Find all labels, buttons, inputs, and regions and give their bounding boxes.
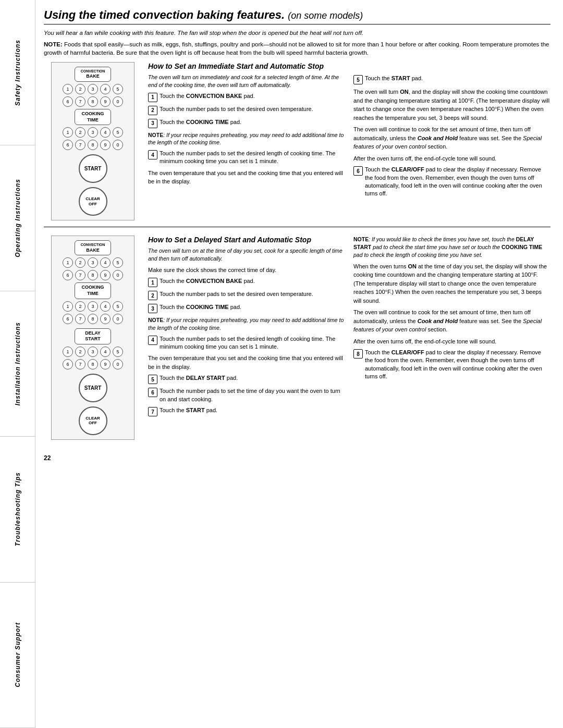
btn-2-6[interactable]: 6 bbox=[63, 270, 73, 280]
btn-2-4[interactable]: 4 bbox=[100, 257, 111, 268]
btn-1-7[interactable]: 7 bbox=[75, 96, 85, 107]
btn-1-0[interactable]: 0 bbox=[113, 96, 123, 107]
btn-2-17[interactable]: 7 bbox=[75, 314, 85, 324]
sidebar-label-installation: Installation Instructions bbox=[14, 322, 21, 405]
btn-2-23[interactable]: 3 bbox=[88, 347, 98, 357]
btn-2-22[interactable]: 2 bbox=[75, 347, 85, 357]
section2-heading: How to Set a Delayed Start and Automatic… bbox=[148, 236, 345, 244]
btn-2-11[interactable]: 1 bbox=[63, 301, 73, 312]
btn-1-11[interactable]: 1 bbox=[63, 127, 73, 138]
btn-2-25[interactable]: 5 bbox=[113, 347, 123, 357]
section1-step5: 5 Touch the START pad. bbox=[353, 75, 550, 84]
btn-2-14[interactable]: 4 bbox=[100, 301, 111, 312]
section1-right: How to Set an Immediate Start and Automa… bbox=[148, 62, 550, 220]
sidebar-label-safety: Safety Instructions bbox=[14, 40, 21, 106]
btn-1-14[interactable]: 4 bbox=[100, 127, 111, 138]
btn-1-1[interactable]: 1 bbox=[63, 84, 73, 94]
btn-1-12[interactable]: 2 bbox=[75, 127, 85, 138]
btn-2-29[interactable]: 9 bbox=[100, 359, 111, 369]
btn-2-1[interactable]: 1 bbox=[63, 257, 73, 268]
btn-2-7[interactable]: 7 bbox=[75, 270, 85, 280]
btn-2-0[interactable]: 0 bbox=[113, 270, 123, 280]
section2-col-right: NOTE: If you would like to check the tim… bbox=[353, 236, 550, 440]
step5-text: Touch the START pad. bbox=[365, 75, 550, 82]
btn-1-19[interactable]: 9 bbox=[100, 140, 111, 150]
btn-2-16[interactable]: 6 bbox=[63, 314, 73, 324]
btn-1-4[interactable]: 4 bbox=[100, 84, 111, 94]
cooking-time-btn-1[interactable]: COOKING TIME bbox=[75, 109, 111, 125]
btn-2-13[interactable]: 3 bbox=[88, 301, 98, 312]
num-row-1c: 1 2 3 4 5 bbox=[63, 127, 123, 138]
num-row-2a: 1 2 3 4 5 bbox=[63, 257, 123, 268]
btn-2-5[interactable]: 5 bbox=[113, 257, 123, 268]
btn-2-2[interactable]: 2 bbox=[75, 257, 85, 268]
btn-1-17[interactable]: 7 bbox=[75, 140, 85, 150]
step3-text: Touch the COOKING TIME pad. bbox=[160, 118, 345, 126]
note-content: Foods that spoil easily—such as milk, eg… bbox=[44, 41, 549, 56]
btn-1-5[interactable]: 5 bbox=[113, 84, 123, 94]
btn-2-28[interactable]: 8 bbox=[88, 359, 98, 369]
section2-step8: 8 Touch the CLEAR/OFF pad to clear the d… bbox=[353, 349, 550, 381]
s2-step8-num: 8 bbox=[353, 349, 363, 359]
section2-step4: 4 Touch the number pads to set the desir… bbox=[148, 335, 345, 351]
start-btn-2[interactable]: START bbox=[79, 374, 107, 402]
btn-2-20[interactable]: 0 bbox=[113, 359, 123, 369]
num-row-1a: 1 2 3 4 5 bbox=[63, 84, 123, 94]
s2-step5-text: Touch the DELAY START pad. bbox=[160, 374, 345, 382]
step5-num: 5 bbox=[353, 75, 363, 84]
start-btn-1[interactable]: START bbox=[79, 154, 107, 183]
btn-1-2[interactable]: 2 bbox=[75, 84, 85, 94]
convection-bake-btn-1[interactable]: CONVECTION BAKE bbox=[75, 67, 111, 82]
btn-2-3[interactable]: 3 bbox=[88, 257, 98, 268]
btn-1-16[interactable]: 6 bbox=[63, 140, 73, 150]
subtitle-text: (on some models) bbox=[288, 10, 363, 21]
clear-off-btn-2[interactable]: CLEAROFF bbox=[79, 406, 107, 435]
btn-2-27[interactable]: 7 bbox=[75, 359, 85, 369]
btn-2-15[interactable]: 5 bbox=[113, 301, 123, 312]
btn-1-6[interactable]: 6 bbox=[63, 96, 73, 107]
section2-make-sure: Make sure the clock shows the correct ti… bbox=[148, 266, 345, 275]
bake-label-2: BAKE bbox=[78, 248, 107, 254]
btn-2-12[interactable]: 2 bbox=[75, 301, 85, 312]
oven-panel-2: CONVECTION BAKE 1 2 3 4 5 6 7 8 9 0 bbox=[51, 236, 134, 440]
section2-col-left: How to Set a Delayed Start and Automatic… bbox=[148, 236, 345, 440]
num-row-2c: 1 2 3 4 5 bbox=[63, 301, 123, 312]
cooking-label-2: COOKING bbox=[78, 285, 107, 291]
btn-1-9[interactable]: 9 bbox=[100, 96, 111, 107]
sidebar-label-consumer: Consumer Support bbox=[14, 622, 21, 687]
section2-left: CONVECTION BAKE 1 2 3 4 5 6 7 8 9 0 bbox=[44, 236, 148, 440]
btn-1-10[interactable]: 0 bbox=[113, 140, 123, 150]
btn-1-8[interactable]: 8 bbox=[88, 96, 98, 107]
section1-heading: How to Set an Immediate Start and Automa… bbox=[148, 62, 345, 70]
btn-2-10[interactable]: 0 bbox=[113, 314, 123, 324]
clear-off-btn-1[interactable]: CLEAROFF bbox=[79, 187, 107, 216]
s2-step1-text: Touch the CONVECTION BAKE pad. bbox=[160, 277, 345, 285]
sidebar-section-consumer: Consumer Support bbox=[0, 583, 35, 728]
num-row-2b: 6 7 8 9 0 bbox=[63, 270, 123, 280]
btn-2-21[interactable]: 1 bbox=[63, 347, 73, 357]
btn-2-26[interactable]: 6 bbox=[63, 359, 73, 369]
convection-label-1: CONVECTION bbox=[78, 69, 107, 73]
s2-step3-num: 3 bbox=[148, 304, 157, 313]
btn-1-3[interactable]: 3 bbox=[88, 84, 98, 94]
btn-2-24[interactable]: 4 bbox=[100, 347, 111, 357]
step2-text: Touch the number pads to set the desired… bbox=[160, 105, 345, 113]
btn-2-19[interactable]: 9 bbox=[100, 314, 111, 324]
step4-num: 4 bbox=[148, 150, 157, 159]
s2-step1-num: 1 bbox=[148, 278, 157, 287]
delay-start-btn-2[interactable]: DELAY START bbox=[75, 328, 111, 344]
btn-1-13[interactable]: 3 bbox=[88, 127, 98, 138]
convection-bake-btn-2[interactable]: CONVECTION BAKE bbox=[75, 240, 111, 255]
btn-2-8[interactable]: 8 bbox=[88, 270, 98, 280]
cooking-time-btn-2[interactable]: COOKING TIME bbox=[75, 282, 111, 299]
btn-1-15[interactable]: 5 bbox=[113, 127, 123, 138]
btn-1-18[interactable]: 8 bbox=[88, 140, 98, 150]
convection-label-2: CONVECTION bbox=[78, 242, 107, 247]
btn-2-9[interactable]: 9 bbox=[100, 270, 111, 280]
btn-2-18[interactable]: 8 bbox=[88, 314, 98, 324]
s2-step3-text: Touch the COOKING TIME pad. bbox=[160, 303, 345, 311]
section2-right: How to Set a Delayed Start and Automatic… bbox=[148, 236, 550, 440]
section1-col-right-inner: 5 Touch the START pad. The oven will tur… bbox=[353, 75, 550, 198]
section2-step6: 6 Touch the number pads to set the time … bbox=[148, 387, 345, 403]
section2-step1: 1 Touch the CONVECTION BAKE pad. bbox=[148, 277, 345, 287]
